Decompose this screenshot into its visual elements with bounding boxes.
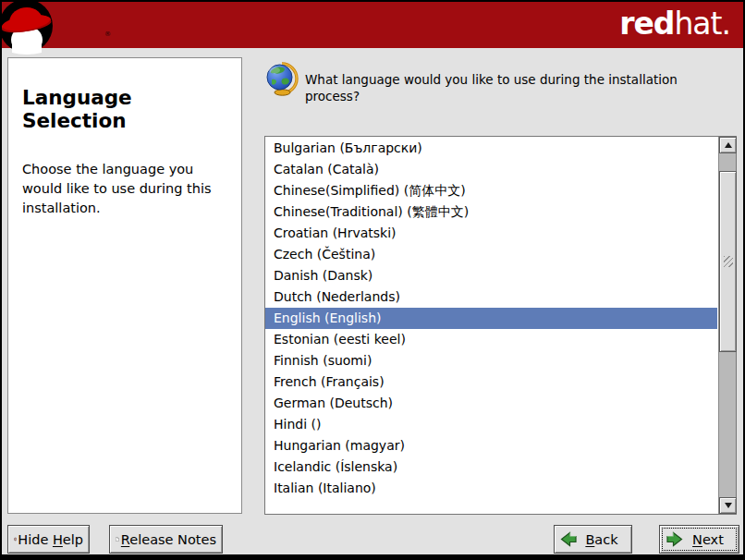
language-list-item[interactable]: Icelandic (Íslenska) (265, 457, 717, 478)
installer-content: redhat. ® Language Selection Choose the … (2, 2, 743, 554)
next-button[interactable]: Next (659, 525, 739, 554)
brand-light: hat. (674, 6, 730, 42)
triangle-down-icon (725, 503, 732, 508)
vertical-scrollbar[interactable] (718, 137, 736, 514)
language-list-item[interactable]: Italian (Italiano) (265, 478, 717, 499)
registered-trademark: ® (104, 30, 111, 38)
lifebuoy-icon (14, 530, 17, 549)
redhat-shadowman-icon (2, 2, 56, 56)
globe-icon (264, 62, 299, 96)
language-list-item[interactable]: Croatian (Hrvatski) (265, 223, 717, 244)
language-list-item[interactable]: Czech (Čeština) (265, 244, 717, 265)
question-text: What language would you like to use duri… (305, 72, 689, 104)
release-notes-button[interactable]: Release Notes (109, 525, 223, 554)
language-list-item[interactable]: Chinese(Simplified) (简体中文) (265, 180, 717, 201)
language-list-rows[interactable]: Bulgarian (Български)Catalan (Català)Chi… (265, 138, 717, 514)
language-list-item[interactable]: Danish (Dansk) (265, 265, 717, 286)
brand-bold: red (619, 6, 674, 42)
language-list-item[interactable]: Dutch (Nederlands) (265, 286, 717, 308)
language-list-item[interactable]: Finnish (suomi) (265, 350, 717, 371)
next-arrow-icon (666, 531, 683, 547)
language-list-item[interactable]: Chinese(Traditional) (繁體中文) (265, 201, 717, 223)
back-label: Back (578, 532, 626, 547)
language-list-item[interactable]: French (Français) (265, 371, 717, 393)
help-panel: Language Selection Choose the language y… (7, 57, 242, 514)
release-notes-label: Release Notes (121, 532, 216, 547)
language-list-item[interactable]: Estonian (eesti keel) (265, 329, 717, 350)
next-label: Next (683, 532, 733, 547)
redhat-wordmark: redhat. (619, 6, 730, 42)
scrollbar-thumb[interactable] (719, 171, 737, 352)
header-banner: redhat. (2, 2, 743, 48)
language-list-item[interactable]: German (Deutsch) (265, 393, 717, 414)
page-title: Language Selection (22, 86, 228, 132)
scroll-down-button[interactable] (719, 497, 737, 514)
language-list: Bulgarian (Български)Catalan (Català)Chi… (264, 136, 737, 515)
language-list-item[interactable]: Catalan (Català) (265, 159, 717, 180)
help-text: Choose the language you would like to us… (22, 160, 228, 218)
language-list-item[interactable]: Hindi () (265, 414, 717, 435)
language-list-item[interactable]: Bulgarian (Български) (265, 138, 717, 159)
hide-help-label: Hide Help (18, 532, 83, 547)
document-icon (116, 530, 119, 549)
hide-help-button[interactable]: Hide Help (7, 525, 90, 554)
language-list-item[interactable]: English (English) (265, 308, 717, 329)
back-button[interactable]: Back (554, 525, 632, 554)
triangle-up-icon (725, 142, 732, 148)
scroll-up-button[interactable] (719, 137, 737, 153)
language-list-item[interactable]: Hungarian (magyar) (265, 435, 717, 457)
back-arrow-icon (560, 531, 578, 547)
installer-window: redhat. ® Language Selection Choose the … (0, 0, 745, 560)
